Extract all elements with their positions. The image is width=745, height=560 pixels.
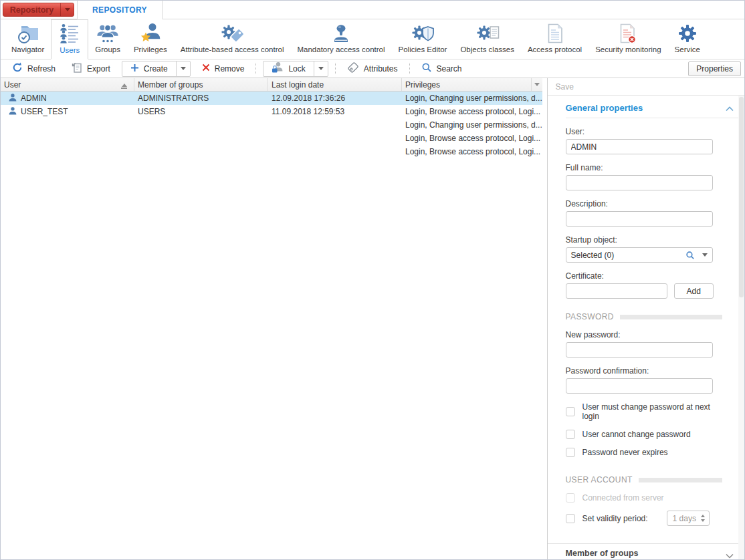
spinner-up-icon[interactable] [701, 513, 705, 517]
ribbon-item-objects-classes[interactable]: Objects classes [453, 19, 521, 59]
table-row[interactable]: USER_TEST USERS 11.09.2018 12:59:53 Logi… [1, 105, 542, 118]
full-name-field[interactable] [566, 175, 713, 190]
section-divider [566, 118, 738, 118]
table-row[interactable]: Login, Browse access protocol, Logi... [1, 132, 542, 145]
lock-dropdown-button[interactable] [314, 61, 328, 76]
general-properties-header[interactable]: General properties [566, 101, 738, 114]
ribbon-item-mac[interactable]: Mandatory access control [291, 19, 392, 59]
remove-label: Remove [215, 64, 245, 74]
refresh-icon [12, 62, 23, 75]
ribbon: Navigator Users [1, 19, 744, 59]
tab-repository[interactable]: REPOSITORY [77, 1, 163, 19]
new-password-field[interactable] [566, 342, 713, 358]
checkbox-box[interactable] [566, 430, 575, 439]
chevron-down-icon [181, 67, 186, 73]
cell-privileges: Login, Browse access protocol, Logi... [402, 134, 542, 143]
checkbox-connected-from-server: Connected from server [566, 493, 722, 503]
spinner-down-icon[interactable] [701, 519, 705, 524]
lock-user-icon [272, 62, 284, 75]
table-row[interactable]: Login, Browse access protocol, Logi... [1, 145, 542, 158]
create-dropdown-button[interactable] [176, 61, 190, 76]
groups-icon [96, 22, 119, 45]
checkbox-box[interactable] [566, 514, 575, 523]
plus-icon [130, 63, 139, 74]
user-account-section-header: USER ACCOUNT [548, 475, 744, 484]
create-button[interactable]: Create [122, 61, 191, 77]
column-header-last-login[interactable]: Last login date [268, 78, 402, 91]
cell-privileges: Login, Browse access protocol, Logi... [402, 107, 542, 116]
chevron-up-icon[interactable] [726, 104, 734, 114]
checkbox-box [566, 493, 575, 503]
table-row[interactable]: Login, Changing user permissions, d... [1, 118, 542, 132]
column-header-user[interactable]: User [1, 78, 134, 91]
search-button[interactable]: Search [414, 61, 469, 77]
remove-button[interactable]: Remove [195, 61, 252, 77]
checkbox-set-validity-period[interactable]: Set validity period: [566, 514, 648, 523]
user-field[interactable] [566, 139, 713, 154]
users-list-icon [58, 23, 81, 45]
ribbon-item-service[interactable]: Service [668, 19, 707, 59]
table-row[interactable]: ADMIN ADMINISTRATORS 12.09.2018 17:36:26… [1, 92, 542, 105]
search-label: Search [437, 64, 462, 74]
remove-x-icon [202, 63, 210, 74]
panel-scrollbar[interactable] [738, 96, 744, 559]
checkbox-cannot-change-password[interactable]: User cannot change password [566, 430, 722, 439]
cell-last-login: 12.09.2018 17:36:26 [268, 94, 402, 103]
attributes-button[interactable]: Attributes [340, 61, 405, 77]
search-icon [421, 62, 432, 75]
stamp-icon [331, 22, 351, 45]
search-icon[interactable] [685, 251, 695, 262]
column-header-privileges[interactable]: Privileges [402, 78, 542, 91]
user-icon [9, 107, 17, 117]
checkbox-box[interactable] [566, 407, 575, 416]
checkbox-password-never-expires[interactable]: Password never expires [566, 448, 722, 457]
refresh-label: Refresh [27, 64, 56, 74]
sort-ascending-icon[interactable] [121, 81, 127, 89]
ribbon-item-navigator[interactable]: Navigator [5, 19, 51, 59]
ribbon-item-policies[interactable]: Policies Editor [392, 19, 454, 59]
description-field[interactable] [566, 211, 713, 227]
validity-period-stepper[interactable]: 1 days [667, 511, 710, 526]
ribbon-item-users[interactable]: Users [51, 19, 88, 59]
toolbar-separator [335, 63, 336, 74]
checkbox-label: Password never expires [582, 448, 668, 457]
repository-menu-label: Repository [3, 5, 60, 15]
startup-object-value: Selected (0) [571, 251, 615, 260]
cell-last-login: 11.09.2018 12:59:53 [268, 107, 402, 116]
certificate-field[interactable] [566, 283, 667, 299]
save-button[interactable]: Save [548, 78, 744, 96]
ribbon-item-label: Mandatory access control [298, 45, 385, 53]
section-member-of-groups[interactable]: Member of groups [548, 543, 738, 559]
user-account-section-title: USER ACCOUNT [566, 475, 633, 484]
certificate-field-label: Certificate: [566, 271, 722, 281]
menu-caret-icon[interactable] [60, 3, 74, 16]
column-label: User [4, 80, 21, 90]
user-field-label: User: [566, 127, 722, 136]
column-header-groups[interactable]: Member of groups [134, 78, 268, 91]
scrollbar-thumb[interactable] [739, 97, 744, 297]
add-certificate-button[interactable]: Add [674, 283, 714, 299]
checkbox-must-change-password[interactable]: User must change password at next login [566, 402, 722, 421]
protocol-document-icon [546, 22, 564, 45]
lock-button[interactable]: Lock [263, 61, 328, 77]
ribbon-item-privileges[interactable]: Privileges [127, 19, 174, 59]
navigator-folder-icon [17, 22, 39, 45]
password-section-title: PASSWORD [566, 312, 614, 321]
column-menu-button[interactable] [531, 78, 542, 91]
main-area: User Member of groups Last login date Pr… [1, 78, 744, 560]
ribbon-item-access-protocol[interactable]: Access protocol [521, 19, 589, 59]
chevron-down-icon [318, 67, 324, 73]
password-confirmation-field[interactable] [566, 378, 713, 394]
column-label: Member of groups [138, 80, 203, 90]
properties-button[interactable]: Properties [688, 61, 741, 76]
refresh-button[interactable]: Refresh [5, 61, 63, 77]
checkbox-box[interactable] [566, 448, 575, 457]
ribbon-item-groups[interactable]: Groups [88, 19, 127, 59]
repository-menu-button[interactable]: Repository [3, 3, 74, 17]
startup-object-select[interactable]: Selected (0) [566, 247, 713, 263]
export-button[interactable]: Export [64, 61, 118, 77]
section-label: Member of groups [566, 549, 639, 558]
ribbon-item-security-monitoring[interactable]: Security monitoring [589, 19, 667, 59]
ribbon-item-abac[interactable]: Attribute-based access control [174, 19, 291, 59]
chevron-down-icon[interactable] [702, 253, 708, 259]
